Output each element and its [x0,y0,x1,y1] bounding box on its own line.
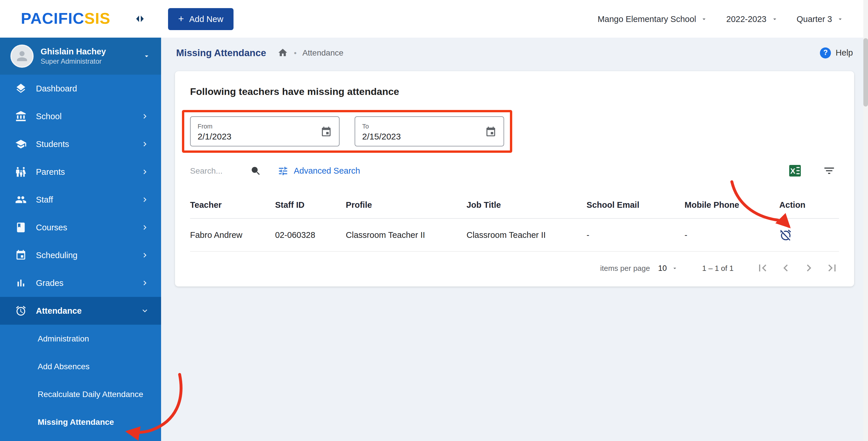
help-button[interactable]: ? Help [820,47,853,58]
date-to-field[interactable]: To [354,116,504,146]
header-selectors: Mango Elementary School 2022-2023 Quarte… [598,14,868,24]
sidebar-item-label: Staff [36,195,53,204]
col-mobile-phone: Mobile Phone [685,192,779,218]
people-icon [15,194,27,205]
sidebar-item-label: Parents [36,167,65,176]
question-mark-icon: ? [820,47,831,58]
items-per-page-select[interactable]: 10 [658,264,678,272]
school-selector-value: Mango Elementary School [598,14,696,24]
next-page-icon[interactable] [802,261,816,275]
graduation-cap-icon [15,138,27,150]
search-icon[interactable] [250,165,261,176]
breadcrumb-separator: • [294,48,297,57]
tune-icon [278,165,288,176]
first-page-icon[interactable] [755,261,770,275]
date-from-input[interactable] [197,131,320,141]
sidebar-item-staff[interactable]: Staff [0,186,161,213]
sidebar-item-scheduling[interactable]: Scheduling [0,241,161,269]
year-selector[interactable]: 2022-2023 [726,14,778,24]
calendar-icon[interactable] [485,126,497,137]
sidebar-subitem-administration[interactable]: Administration [0,325,161,352]
date-filter-row: From To [190,116,504,146]
sidebar-subitem-add-absences[interactable]: Add Absences [0,352,161,380]
sidebar-item-courses[interactable]: Courses [0,213,161,241]
chevron-right-icon [140,167,150,176]
chevron-right-icon [140,195,150,204]
calendar-icon [15,249,27,261]
plus-icon: + [178,14,184,24]
advanced-search-link[interactable]: Advanced Search [278,165,360,176]
cell-staff-id: 02-060328 [275,218,346,251]
sidebar-item-label: School [36,112,62,121]
missing-attendance-card: Following teachers have missing attendan… [175,71,854,286]
chevron-down-icon [143,52,151,60]
alarm-off-icon[interactable] [779,229,792,241]
chevron-down-icon [672,265,678,271]
sidebar-item-label: Grades [36,278,63,287]
app-window: PACIFICSIS + Add New Mango Elementary Sc… [0,0,868,441]
sidebar-subitem-missing-attendance[interactable]: Missing Attendance [0,408,161,436]
scrollbar-track[interactable] [863,0,868,441]
sidebar-item-label: Scheduling [36,250,78,260]
sidebar-item-attendance[interactable]: Attendance [0,297,161,325]
add-new-button[interactable]: + Add New [168,8,234,30]
sidebar-item-parents[interactable]: Parents [0,158,161,186]
sidebar-subitem-label: Administration [38,334,89,343]
date-from-label: From [197,123,320,129]
school-selector[interactable]: Mango Elementary School [598,14,708,24]
sidebar-item-grades[interactable]: Grades [0,269,161,297]
sidebar-item-label: Dashboard [36,84,77,93]
user-meta: Ghislain Hachey Super Administrator [40,47,106,65]
chevron-down-icon [771,15,778,22]
alarm-clock-icon [15,305,27,316]
sidebar-subitem-label: Recalculate Daily Attendance [38,389,143,399]
sidebar-collapse-icon[interactable] [135,14,145,23]
dashboard-icon [15,83,27,94]
previous-page-icon[interactable] [779,261,793,275]
missing-attendance-table: Teacher Staff ID Profile Job Title Schoo… [190,192,839,252]
page-title: Missing Attendance [176,47,266,58]
date-to-input[interactable] [362,131,485,141]
last-page-icon[interactable] [825,261,839,275]
items-per-page-value: 10 [658,264,667,272]
chevron-expanded-icon [140,306,150,315]
col-school-email: School Email [587,192,685,218]
user-role: Super Administrator [40,57,106,65]
calendar-icon[interactable] [320,126,332,137]
home-icon[interactable] [278,47,288,58]
excel-export-icon[interactable]: X [788,164,802,178]
search-input[interactable] [190,166,246,175]
scrollbar-thumb[interactable] [863,38,868,106]
sidebar-item-label: Courses [36,223,67,232]
col-teacher: Teacher [190,192,275,218]
col-profile: Profile [346,192,467,218]
breadcrumb: Missing Attendance • Attendance ? Help [161,38,868,68]
quarter-selector-value: Quarter 3 [797,14,832,24]
sidebar: Ghislain Hachey Super Administrator Dash… [0,38,161,441]
cell-mobile-phone: - [685,218,779,251]
items-per-page-label: items per page [600,264,650,272]
user-profile-menu[interactable]: Ghislain Hachey Super Administrator [0,38,161,75]
filter-icon[interactable] [823,164,836,177]
add-new-label: Add New [189,14,223,24]
table-toolbar: Advanced Search X [190,164,839,178]
top-header: PACIFICSIS + Add New Mango Elementary Sc… [0,0,868,38]
sidebar-subitem-label: Missing Attendance [38,417,114,427]
date-from-field[interactable]: From [190,116,340,146]
sidebar-item-students[interactable]: Students [0,130,161,158]
cell-job-title: Classroom Teacher II [466,218,586,251]
user-name: Ghislain Hachey [40,47,106,56]
logo-sis: SIS [84,10,111,27]
main-content: Missing Attendance • Attendance ? Help F… [161,38,868,441]
bar-chart-icon [15,277,27,289]
sidebar-item-dashboard[interactable]: Dashboard [0,75,161,102]
advanced-search-label: Advanced Search [294,166,360,175]
sidebar-subitem-recalculate-daily-attendance[interactable]: Recalculate Daily Attendance [0,380,161,408]
quarter-selector[interactable]: Quarter 3 [797,14,844,24]
table-row: Fabro Andrew 02-060328 Classroom Teacher… [190,218,839,251]
sidebar-subitem-label: Add Absences [38,362,90,371]
sidebar-item-school[interactable]: School [0,102,161,130]
col-staff-id: Staff ID [275,192,346,218]
cell-profile: Classroom Teacher II [346,218,467,251]
breadcrumb-attendance[interactable]: Attendance [303,48,344,57]
